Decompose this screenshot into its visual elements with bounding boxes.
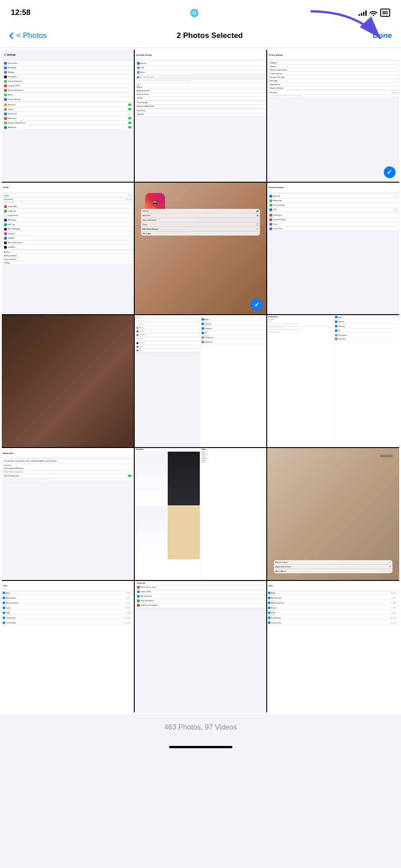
photo-cell-7[interactable] — [2, 315, 134, 447]
battery-indicator: 88 — [380, 9, 390, 17]
nav-title: 2 Photos Selected — [177, 31, 243, 40]
photo-cell-1[interactable]: ⚙️ Settings Home Screen› Accessibility› … — [2, 50, 134, 182]
photo-cell-15[interactable]: Files Apps914 KB··· 30-Nov-2022 Attachme… — [267, 581, 399, 713]
photo-cell-4[interactable]: Profile GenderMale Date of birth15 July … — [2, 183, 134, 315]
selection-check-3: ✓ — [384, 166, 396, 178]
status-icons: 88 — [359, 9, 390, 17]
photo-grid-container: ⚙️ Settings Home Screen› Accessibility› … — [0, 48, 401, 714]
photo-cell-9[interactable]: Privacy Screen Siri Shortcuts About You … — [267, 315, 399, 447]
back-label: < Photos — [16, 31, 47, 40]
photo-cell-8[interactable]: iOS 16.3 iOS is up to date Photos› Camer… — [135, 315, 267, 447]
photo-cell-11[interactable]: Screenshots — [135, 448, 267, 580]
bottom-info: 463 Photos, 97 Videos — [0, 714, 401, 741]
photo-cell-10[interactable]: Mobile Data Set mobile data to restrict … — [2, 448, 134, 580]
done-button[interactable]: Done — [373, 31, 392, 40]
photo-cell-6[interactable]: Network Settings BluetoothOn › Mobile Da… — [267, 183, 399, 315]
photo-cell-5[interactable]: 📷 Camera📷 New Post➕ View notifications♡ … — [135, 183, 267, 315]
photo-cell-12[interactable]: Adjust Location📍 Adjust Date & Time📅 Add… — [267, 448, 399, 580]
wifi-icon — [369, 9, 377, 16]
photo-cell-13[interactable]: Files Apps914 KB··· 30-Nov-2022 Attachme… — [2, 581, 134, 713]
photo-cell-14[interactable]: Create new Take a Photo or Video Create … — [135, 581, 267, 713]
photo-cell-2[interactable]: Facebook Settings Account› Help› About› … — [135, 50, 267, 182]
photo-cell-3[interactable]: Privacy Settings Language› Captions› Sen… — [267, 50, 399, 182]
globe-icon: 🌐 — [190, 9, 199, 17]
photo-count-label: 463 Photos, 97 Videos — [164, 723, 237, 731]
status-time: 12:58 — [11, 8, 30, 17]
back-button[interactable]: < Photos — [9, 31, 47, 40]
home-bar — [169, 746, 232, 748]
photo-grid: ⚙️ Settings Home Screen› Accessibility› … — [2, 50, 399, 712]
nav-bar: < Photos 2 Photos Selected Done — [0, 24, 401, 48]
signal-bars — [359, 9, 367, 16]
status-bar: 12:58 🌐 88 — [0, 0, 401, 24]
home-indicator-area — [0, 741, 401, 755]
